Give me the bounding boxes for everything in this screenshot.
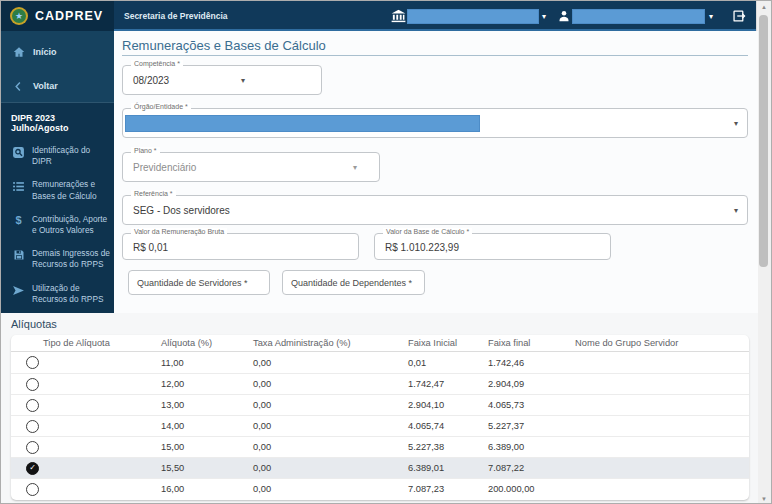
main-content: Remunerações e Bases de Cálculo Competên… — [114, 31, 758, 313]
exit-icon[interactable] — [732, 9, 746, 23]
cell-faixa-final: 200.000,00 — [486, 484, 573, 494]
chevron-down-icon[interactable]: ▾ — [542, 12, 546, 21]
field-placeholder-label: Quantidade de Dependentes * — [291, 278, 412, 288]
cell-faixa-inicial: 4.065,74 — [406, 421, 486, 431]
sidebar-item-label: Identificação do DIPR — [32, 145, 110, 167]
list-icon — [12, 180, 25, 193]
row-radio-button[interactable] — [26, 356, 39, 369]
sidebar-item-label: Remunerações e Bases de Cálculo — [32, 179, 110, 201]
sidebar-item-voltar[interactable]: Voltar — [1, 74, 114, 98]
app-subtitle: Secretaria de Previdência — [124, 11, 227, 21]
cell-faixa-final: 1.742,46 — [486, 358, 573, 368]
cell-taxa-administracao: 0,00 — [251, 484, 406, 494]
table-row[interactable]: 15,00 0,00 5.227,38 6.389,00 — [11, 436, 749, 457]
competencia-select[interactable]: Competência * 08/2023 ▾ — [122, 65, 322, 95]
field-value: Previdenciário — [133, 162, 196, 173]
table-header-row: Tipo de Alíquota Alíquota (%) Taxa Admin… — [11, 335, 749, 352]
cell-faixa-final: 2.904,09 — [486, 379, 573, 389]
qtd-dependentes-input[interactable]: Quantidade de Dependentes * — [282, 270, 425, 295]
brazil-emblem-icon: ★ — [10, 7, 28, 25]
aliquotas-section-title: Alíquotas — [11, 318, 57, 330]
sidebar-item-identificacao-dipr[interactable]: Identificação do DIPR — [1, 139, 114, 173]
cell-taxa-administracao: 0,00 — [251, 358, 406, 368]
sidebar-item-inicio[interactable]: Início — [1, 39, 114, 64]
person-icon — [558, 10, 570, 23]
row-radio-button[interactable] — [26, 420, 39, 433]
col-tipo-aliquota: Tipo de Alíquota — [41, 338, 159, 348]
chevron-down-icon: ▾ — [353, 163, 357, 172]
dollar-icon: $ — [12, 215, 25, 226]
field-label: Competência * — [131, 60, 183, 67]
field-label: Valor da Remuneração Bruta — [131, 228, 227, 235]
id-badge-icon — [12, 146, 25, 159]
row-radio-button[interactable]: ✓ — [26, 462, 39, 475]
field-label: Valor da Base de Cálculo * — [383, 228, 472, 235]
cell-faixa-inicial: 1.742,47 — [406, 379, 486, 389]
plano-select[interactable]: Plano * Previdenciário ▾ — [122, 152, 380, 182]
col-faixa-final: Faixa final — [486, 338, 573, 348]
sidebar-item-remuneracoes[interactable]: Remunerações e Bases de Cálculo — [1, 173, 114, 207]
page-title: Remunerações e Bases de Cálculo — [122, 38, 326, 53]
row-radio-button[interactable] — [26, 378, 39, 391]
cell-faixa-final: 4.065,73 — [486, 400, 573, 410]
row-radio-button[interactable] — [26, 441, 39, 454]
top-header: ★ CADPREV Secretaria de Previdência ▾ ▾ — [1, 1, 758, 31]
chevron-down-icon[interactable]: ▾ — [241, 76, 245, 85]
brand-logo[interactable]: ★ CADPREV — [1, 1, 114, 31]
cell-taxa-administracao: 0,00 — [251, 379, 406, 389]
chevron-down-icon[interactable]: ▾ — [709, 12, 713, 21]
cell-faixa-final: 7.087,22 — [486, 463, 573, 473]
table-row[interactable]: ✓ 15,50 0,00 6.389,01 7.087,22 — [11, 457, 749, 478]
field-label: Órgão/Entidade * — [131, 103, 191, 110]
sidebar-item-label: Demais Ingressos de Recursos do RPPS — [32, 248, 110, 270]
field-label: Referência * — [131, 190, 176, 197]
sidebar-item-utilizacao[interactable]: Utilização de Recursos do RPPS — [1, 277, 114, 311]
cell-aliquota: 14,00 — [159, 421, 251, 431]
remuneracao-bruta-input[interactable]: Valor da Remuneração Bruta R$ 0,01 — [122, 233, 359, 260]
field-label: Plano * — [131, 147, 160, 154]
sidebar-item-label: Contribuição, Aporte e Outros Valores — [32, 214, 110, 236]
table-row[interactable]: 14,00 0,00 4.065,74 5.227,37 — [11, 415, 749, 436]
orgao-entidade-select[interactable]: Órgão/Entidade * ▾ — [122, 108, 748, 138]
field-value: R$ 1.010.223,99 — [385, 241, 459, 252]
cell-faixa-inicial: 6.389,01 — [406, 463, 486, 473]
orgao-value-redacted — [125, 115, 480, 132]
col-taxa-administracao: Taxa Administração (%) — [251, 338, 406, 348]
cell-taxa-administracao: 0,00 — [251, 442, 406, 452]
table-row[interactable]: 16,00 0,00 7.087,23 200.000,00 — [11, 478, 749, 499]
qtd-servidores-input[interactable]: Quantidade de Servidores * — [128, 270, 270, 295]
sidebar-item-label: Utilização de Recursos do RPPS — [32, 283, 110, 305]
field-value: R$ 0,01 — [133, 241, 168, 252]
title-divider — [122, 55, 748, 56]
field-value: 08/2023 — [133, 75, 169, 86]
scrollbar-thumb[interactable] — [759, 15, 768, 267]
referencia-select[interactable]: Referência * SEG - Dos servidores ▾ — [122, 195, 748, 225]
row-radio-button[interactable] — [26, 483, 39, 496]
bank-icon — [391, 10, 406, 23]
sidebar-section-title: DIPR 2023 Julho/Agosto — [1, 103, 114, 139]
col-faixa-inicial: Faixa Inicial — [406, 338, 486, 348]
user-dropdown-value-redacted — [572, 9, 705, 24]
base-calculo-input[interactable]: Valor da Base de Cálculo * R$ 1.010.223,… — [374, 233, 611, 260]
chevron-down-icon[interactable]: ▾ — [734, 119, 738, 128]
cell-aliquota: 13,00 — [159, 400, 251, 410]
scroll-down-icon[interactable]: ▼ — [757, 496, 771, 502]
table-row[interactable]: 11,00 0,00 0,01 1.742,46 — [11, 352, 749, 373]
vertical-scrollbar[interactable]: ▲ ▼ — [756, 1, 771, 504]
cell-taxa-administracao: 0,00 — [251, 421, 406, 431]
aliquotas-table: Tipo de Alíquota Alíquota (%) Taxa Admin… — [11, 335, 749, 500]
col-nome-grupo-servidor: Nome do Grupo Servidor — [573, 338, 749, 348]
chevron-down-icon[interactable]: ▾ — [734, 206, 738, 215]
sidebar-item-demais-ingressos[interactable]: Demais Ingressos de Recursos do RPPS — [1, 242, 114, 276]
sidebar-item-contribuicao[interactable]: $ Contribuição, Aporte e Outros Valores — [1, 208, 114, 242]
cell-aliquota: 15,00 — [159, 442, 251, 452]
table-row[interactable]: 13,00 0,00 2.904,10 4.065,73 — [11, 394, 749, 415]
save-icon — [12, 249, 25, 261]
cell-faixa-inicial: 0,01 — [406, 358, 486, 368]
cell-faixa-inicial: 2.904,10 — [406, 400, 486, 410]
col-aliquota: Alíquota (%) — [159, 338, 251, 348]
cell-taxa-administracao: 0,00 — [251, 463, 406, 473]
table-row[interactable]: 12,00 0,00 1.742,47 2.904,09 — [11, 373, 749, 394]
scroll-up-icon[interactable]: ▲ — [757, 4, 771, 10]
row-radio-button[interactable] — [26, 399, 39, 412]
